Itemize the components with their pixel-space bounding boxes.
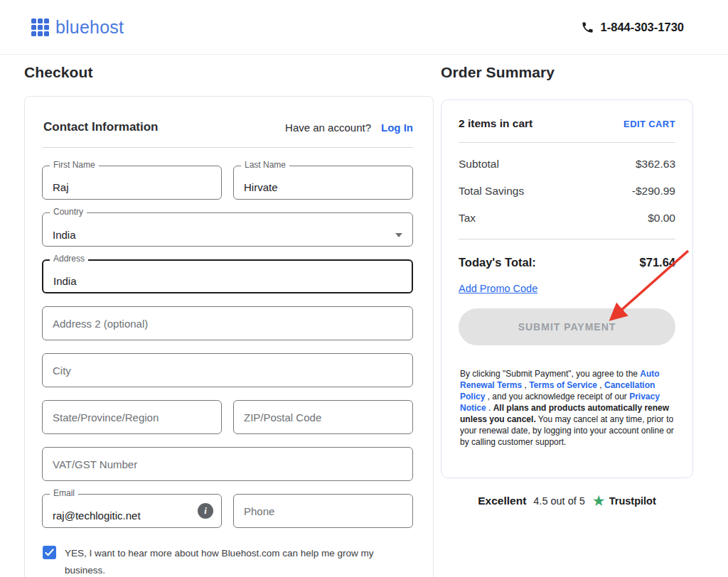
last-name-input[interactable] [233, 166, 413, 200]
bluehost-logo-text: bluehost [55, 17, 124, 38]
total-savings-label: Total Savings [459, 185, 524, 198]
state-input[interactable] [42, 400, 222, 434]
email-input[interactable] [42, 494, 222, 528]
top-header: bluehost 1-844-303-1730 [0, 0, 728, 55]
phone-icon [581, 21, 594, 34]
trustpilot-row: Excellent 4.5 out of 5 ★ Trustpilot [441, 495, 693, 507]
trustpilot-rating-text: 4.5 out of 5 [533, 495, 585, 507]
subtotal-row: Subtotal $362.63 [459, 158, 675, 171]
last-name-field-wrap: Last Name [233, 166, 413, 200]
edit-cart-link[interactable]: EDIT CART [623, 119, 675, 129]
address-label: Address [50, 254, 88, 264]
tax-row: Tax $0.00 [459, 212, 675, 225]
address-field-wrap: Address [42, 259, 413, 293]
bluehost-logo[interactable]: bluehost [31, 17, 124, 38]
first-name-field-wrap: First Name [42, 166, 222, 200]
trustpilot-brand: Trustpilot [609, 495, 656, 507]
submit-payment-button[interactable]: SUBMIT PAYMENT [459, 308, 675, 345]
phone-number: 1-844-303-1730 [601, 21, 684, 34]
email-label: Email [50, 488, 78, 498]
support-phone[interactable]: 1-844-303-1730 [581, 21, 684, 34]
zip-field-wrap [233, 400, 413, 434]
country-selected-value: India [53, 227, 76, 241]
marketing-optin-checkbox[interactable] [43, 546, 56, 559]
have-account-text: Have an account? [285, 122, 371, 134]
total-savings-row: Total Savings -$290.99 [459, 185, 675, 198]
items-in-cart: 2 items in cart [459, 117, 532, 130]
legal-text: By clicking "Submit Payment", you agree … [459, 368, 675, 448]
vat-field-wrap [42, 447, 413, 481]
optin-line1: YES, I want to hear more about how Blueh… [65, 545, 413, 577]
city-input[interactable] [42, 353, 413, 387]
total-savings-value: -$290.99 [632, 185, 675, 198]
info-icon[interactable]: i [198, 503, 213, 519]
city-field-wrap [42, 353, 413, 387]
subtotal-label: Subtotal [459, 158, 499, 171]
add-promo-code-link[interactable]: Add Promo Code [459, 283, 537, 294]
trustpilot-rating-word: Excellent [478, 495, 526, 507]
tax-label: Tax [459, 212, 476, 225]
todays-total-label: Today's Total: [459, 256, 536, 269]
email-field-wrap: Email i [42, 494, 222, 528]
tax-value: $0.00 [648, 212, 675, 225]
marketing-optin-text: YES, I want to hear more about how Blueh… [65, 545, 413, 577]
subtotal-value: $362.63 [636, 158, 675, 171]
checkout-title: Checkout [24, 64, 434, 81]
todays-total-row: Today's Total: $71.64 [459, 256, 675, 269]
vat-input[interactable] [42, 447, 413, 481]
country-label: Country [50, 207, 87, 217]
zip-input[interactable] [233, 400, 413, 434]
checkmark-icon [45, 548, 54, 557]
contact-information-card: Contact Information Have an account? Log… [24, 96, 434, 577]
country-select[interactable]: India [42, 212, 413, 247]
order-summary-card: 2 items in cart EDIT CART Subtotal $362.… [441, 99, 693, 478]
first-name-label: First Name [50, 160, 99, 170]
login-link[interactable]: Log In [381, 122, 413, 134]
last-name-label: Last Name [241, 160, 289, 170]
address-input[interactable] [42, 259, 413, 293]
contact-information-heading: Contact Information [43, 120, 159, 134]
address2-input[interactable] [42, 306, 413, 340]
address2-field-wrap [42, 306, 413, 340]
bluehost-grid-icon [31, 18, 49, 36]
trustpilot-star-icon: ★ [592, 495, 606, 507]
summary-divider-top [459, 142, 675, 143]
chevron-down-icon [395, 233, 402, 237]
summary-divider-bottom [459, 239, 675, 239]
contact-divider [42, 147, 413, 148]
phone-input[interactable] [233, 494, 413, 528]
first-name-input[interactable] [42, 166, 222, 200]
order-summary-title: Order Summary [441, 64, 693, 81]
phone-field-wrap [233, 494, 413, 528]
todays-total-value: $71.64 [640, 256, 675, 269]
country-field-wrap: Country India [42, 212, 413, 247]
state-field-wrap [42, 400, 222, 434]
